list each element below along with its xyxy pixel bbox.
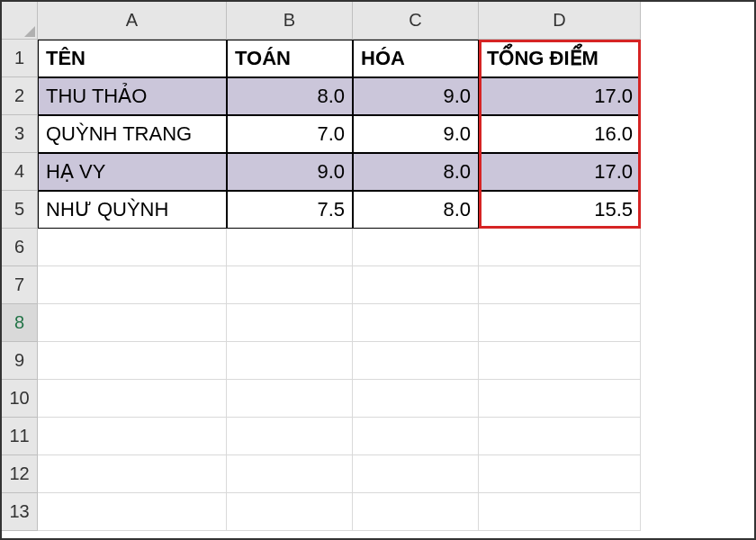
cell-C8[interactable] [353, 304, 479, 342]
col-head-A[interactable]: A [38, 2, 227, 40]
spreadsheet-grid[interactable]: A B C D 1 TÊN TOÁN HÓA TỔNG ĐIỂM 2 THU T… [2, 2, 754, 531]
cell-B2[interactable]: 8.0 [227, 77, 353, 115]
cell-D12[interactable] [479, 455, 641, 493]
cell-C6[interactable] [353, 229, 479, 266]
row-head-6[interactable]: 6 [2, 229, 38, 266]
cell-B10[interactable] [227, 380, 353, 418]
row-head-8[interactable]: 8 [2, 304, 38, 342]
col-head-D[interactable]: D [479, 2, 641, 40]
row-head-1[interactable]: 1 [2, 40, 38, 77]
cell-B5[interactable]: 7.5 [227, 191, 353, 229]
cell-A2[interactable]: THU THẢO [38, 77, 227, 115]
select-all-corner[interactable] [2, 2, 38, 40]
cell-B6[interactable] [227, 229, 353, 266]
row-head-11[interactable]: 11 [2, 418, 38, 455]
header-tong[interactable]: TỔNG ĐIỂM [479, 40, 641, 77]
cell-D6[interactable] [479, 229, 641, 266]
col-head-B[interactable]: B [227, 2, 353, 40]
cell-A3[interactable]: QUỲNH TRANG [38, 115, 227, 153]
cell-B9[interactable] [227, 342, 353, 380]
cell-B4[interactable]: 9.0 [227, 153, 353, 191]
cell-D7[interactable] [479, 266, 641, 304]
cell-C13[interactable] [353, 493, 479, 531]
cell-A9[interactable] [38, 342, 227, 380]
row-head-13[interactable]: 13 [2, 493, 38, 531]
cell-D4[interactable]: 17.0 [479, 153, 641, 191]
cell-B3[interactable]: 7.0 [227, 115, 353, 153]
cell-B11[interactable] [227, 418, 353, 455]
row-head-7[interactable]: 7 [2, 266, 38, 304]
cell-D10[interactable] [479, 380, 641, 418]
header-toan[interactable]: TOÁN [227, 40, 353, 77]
cell-A11[interactable] [38, 418, 227, 455]
cell-C5[interactable]: 8.0 [353, 191, 479, 229]
col-head-C[interactable]: C [353, 2, 479, 40]
cell-A4[interactable]: HẠ VY [38, 153, 227, 191]
cell-A10[interactable] [38, 380, 227, 418]
cell-A13[interactable] [38, 493, 227, 531]
cell-C12[interactable] [353, 455, 479, 493]
row-head-2[interactable]: 2 [2, 77, 38, 115]
cell-A8[interactable] [38, 304, 227, 342]
cell-C3[interactable]: 9.0 [353, 115, 479, 153]
row-head-3[interactable]: 3 [2, 115, 38, 153]
cell-B8[interactable] [227, 304, 353, 342]
cell-A12[interactable] [38, 455, 227, 493]
cell-B12[interactable] [227, 455, 353, 493]
header-hoa[interactable]: HÓA [353, 40, 479, 77]
cell-D3[interactable]: 16.0 [479, 115, 641, 153]
row-head-12[interactable]: 12 [2, 455, 38, 493]
cell-C10[interactable] [353, 380, 479, 418]
cell-D9[interactable] [479, 342, 641, 380]
row-head-4[interactable]: 4 [2, 153, 38, 191]
cell-A6[interactable] [38, 229, 227, 266]
cell-D13[interactable] [479, 493, 641, 531]
cell-C4[interactable]: 8.0 [353, 153, 479, 191]
row-head-5[interactable]: 5 [2, 191, 38, 229]
cell-C9[interactable] [353, 342, 479, 380]
cell-A7[interactable] [38, 266, 227, 304]
cell-A5[interactable]: NHƯ QUỲNH [38, 191, 227, 229]
cell-D2[interactable]: 17.0 [479, 77, 641, 115]
cell-D8[interactable] [479, 304, 641, 342]
cell-D11[interactable] [479, 418, 641, 455]
cell-C11[interactable] [353, 418, 479, 455]
header-name[interactable]: TÊN [38, 40, 227, 77]
row-head-10[interactable]: 10 [2, 380, 38, 418]
row-head-9[interactable]: 9 [2, 342, 38, 380]
cell-C2[interactable]: 9.0 [353, 77, 479, 115]
cell-C7[interactable] [353, 266, 479, 304]
cell-B13[interactable] [227, 493, 353, 531]
cell-B7[interactable] [227, 266, 353, 304]
cell-D5[interactable]: 15.5 [479, 191, 641, 229]
